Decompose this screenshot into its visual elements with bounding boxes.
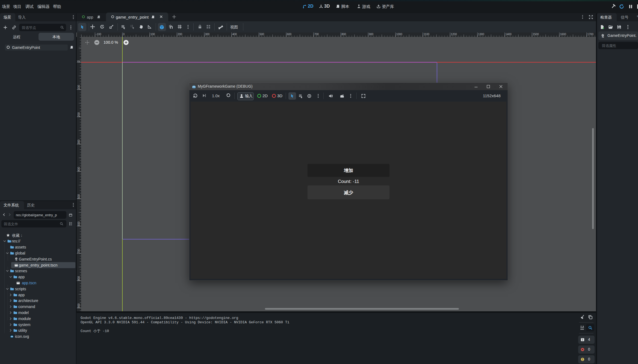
svg-text:cs: cs bbox=[602, 36, 604, 38]
svg-text:cs: cs bbox=[16, 259, 17, 261]
